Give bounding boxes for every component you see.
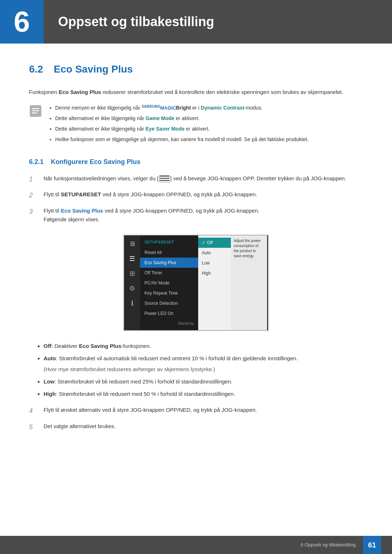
menu-lines-icon: ☰ xyxy=(129,254,135,264)
step-3: 3 Flytt til Eco Saving Plus ved å styre … xyxy=(29,206,363,224)
info-icon: ℹ xyxy=(131,299,134,308)
screenshot-submenu: ✓ Off Auto Low High xyxy=(198,235,231,330)
section-number: 6.2 xyxy=(29,62,47,77)
chapter-title-block: Oppsett og tilbakestilling xyxy=(44,0,392,44)
menu-eco-saving: Eco Saving Plus xyxy=(140,258,198,268)
svg-rect-3 xyxy=(32,112,37,114)
step-number-4: 4 xyxy=(29,406,40,416)
submenu-auto: Auto xyxy=(198,248,231,258)
option-off-key: Off xyxy=(44,343,52,349)
option-auto-key: Auto xyxy=(44,355,56,361)
eco-saving-plus-bold: Eco Saving Plus xyxy=(61,208,103,214)
check-mark: ✓ xyxy=(202,239,205,246)
chapter-number: 6 xyxy=(0,0,44,44)
gear-icon: ⚙ xyxy=(129,284,135,294)
menu-reset-all: Reset All xyxy=(140,247,198,258)
step-text-1: Når funksjonstastveiledningen vises, vel… xyxy=(44,174,363,183)
note-item-4: Hvilke funksjoner som er tilgjengelige p… xyxy=(55,136,363,143)
menu-off-timer: Off Timer xyxy=(140,268,198,278)
menu-pcav: PC/AV Mode xyxy=(140,278,198,288)
menu-source-detect: Source Detection xyxy=(140,298,198,308)
option-off-eco: Eco Saving Plus xyxy=(79,343,122,349)
notes-list: Denne menyen er ikke tilgjengelig når SA… xyxy=(48,104,363,146)
note-item-1: Denne menyen er ikke tilgjengelig når SA… xyxy=(55,104,363,112)
step-text-3: Flytt til Eco Saving Plus ved å styre JO… xyxy=(44,206,363,224)
step-1: 1 Når funksjonstastveiledningen vises, v… xyxy=(29,174,363,185)
step-number-3: 3 xyxy=(29,206,40,217)
eye-saver-mode: Eye Saver Mode xyxy=(146,126,184,132)
option-auto: Auto: Strømforbruket vil automatisk bli … xyxy=(44,354,363,374)
standby-label: Stand-by xyxy=(140,319,198,328)
submenu-off: ✓ Off xyxy=(198,238,231,248)
footer-chapter-label: 6 Oppsett og tilbakestilling xyxy=(301,541,356,549)
step-text-2: Flytt til SETUP&RESET ved å styre JOG-kn… xyxy=(44,190,363,199)
samsung-text: SAMSUNG xyxy=(142,106,160,110)
game-mode: Game Mode xyxy=(146,115,174,121)
svg-rect-1 xyxy=(32,108,39,109)
note-item-2: Dette alternativet er ikke tilgjengelig … xyxy=(55,115,363,122)
chapter-header: 6 Oppsett og tilbakestilling xyxy=(0,0,392,44)
submenu-low: Low xyxy=(198,258,231,268)
body-text: Funksjonen Eco Saving Plus reduserer str… xyxy=(29,88,363,97)
option-auto-sub: (Hvor mye strømforbruket reduseres avhen… xyxy=(44,365,363,374)
submenu-high: High xyxy=(198,268,231,278)
option-high: High: Strømforbruket vil bli redusert me… xyxy=(44,390,363,398)
step-number-5: 5 xyxy=(29,422,40,432)
note-icon xyxy=(29,104,42,118)
footer-page-number: 61 xyxy=(363,536,381,554)
menu-power-led: Power LED On xyxy=(140,308,198,319)
subsection-number: 6.2.1 xyxy=(29,158,44,165)
bright-bold: Bright xyxy=(176,105,191,111)
steps-list: 1 Når funksjonstastveiledningen vises, v… xyxy=(29,174,363,224)
subsection-heading: 6.2.1 Konfigurere Eco Saving Plus xyxy=(29,157,363,167)
menu-key-repeat: Key Repeat Time xyxy=(140,288,198,298)
step-4: 4 Flytt til ønsket alternativ ved å styr… xyxy=(29,406,363,416)
step-text-4: Flytt til ønsket alternativ ved å styre … xyxy=(44,406,363,414)
step-2: 2 Flytt til SETUP&RESET ved å styre JOG-… xyxy=(29,190,363,201)
note-item-3: Dette alternativet er ikke tilgjengelig … xyxy=(55,125,363,133)
note-svg-icon xyxy=(29,104,42,118)
setup-reset-bold: SETUP&RESET xyxy=(61,191,101,197)
magic-text: MAGIC xyxy=(160,105,176,111)
screenshot-menu: SETUP&RESET Reset All Eco Saving Plus Of… xyxy=(140,235,198,330)
note-section: Denne menyen er ikke tilgjengelig når SA… xyxy=(29,104,363,146)
dynamic-contrast: Dynamic Contrast xyxy=(201,105,244,111)
chapter-title: Oppsett og tilbakestilling xyxy=(58,12,214,32)
svg-rect-2 xyxy=(32,110,39,111)
page-footer: 6 Oppsett og tilbakestilling 61 xyxy=(0,536,392,554)
content-area: 6.2 Eco Saving Plus Funksjonen Eco Savin… xyxy=(0,62,392,432)
options-list: Off: Deaktiver Eco Saving Plus-funksjone… xyxy=(29,342,363,398)
screenshot-help: Adjust the power consumption of the prod… xyxy=(231,235,267,330)
step-5: 5 Det valgte alternativet brukes. xyxy=(29,422,363,432)
page: 6 Oppsett og tilbakestilling 6.2 Eco Sav… xyxy=(0,0,392,554)
display-icon: ⊞ xyxy=(130,269,135,279)
option-low: Low: Strømforbruket vil bli redusert med… xyxy=(44,377,363,386)
option-high-key: High xyxy=(44,391,56,397)
option-low-key: Low xyxy=(44,378,54,385)
section-title: Eco Saving Plus xyxy=(54,62,133,77)
screenshot-container: 🖥 ☰ ⊞ ⚙ ℹ SETUP&RESET Reset All Eco Savi… xyxy=(29,235,363,331)
menu-header-label: SETUP&RESET xyxy=(140,238,198,247)
option-off: Off: Deaktiver Eco Saving Plus-funksjone… xyxy=(44,342,363,350)
step-number-1: 1 xyxy=(29,174,40,185)
screenshot-sidebar: 🖥 ☰ ⊞ ⚙ ℹ xyxy=(124,235,140,330)
monitor-icon: 🖥 xyxy=(129,239,135,249)
subsection-title: Konfigurere Eco Saving Plus xyxy=(51,158,140,165)
menu-icon xyxy=(159,175,170,182)
step-text-5: Det valgte alternativet brukes. xyxy=(44,422,363,431)
step-number-2: 2 xyxy=(29,190,40,201)
section-heading: 6.2 Eco Saving Plus xyxy=(29,62,363,77)
eco-saving-bold: Eco Saving Plus xyxy=(59,89,101,95)
screenshot: 🖥 ☰ ⊞ ⚙ ℹ SETUP&RESET Reset All Eco Savi… xyxy=(123,235,269,331)
steps-list-2: 4 Flytt til ønsket alternativ ved å styr… xyxy=(29,406,363,432)
